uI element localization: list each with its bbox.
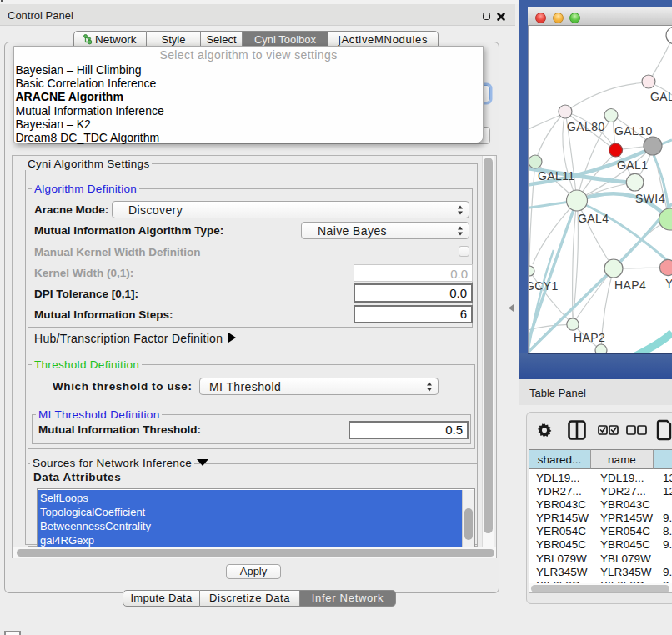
svg-text:GAL7: GAL7 — [650, 90, 672, 103]
svg-text:SWI4: SWI4 — [635, 192, 665, 205]
svg-text:GAL1: GAL1 — [617, 158, 648, 172]
svg-text:HAP2: HAP2 — [574, 331, 605, 344]
svg-text:GCY1: GCY1 — [529, 279, 559, 292]
svg-text:HAP4: HAP4 — [614, 278, 646, 292]
svg-text:GAL10: GAL10 — [614, 124, 653, 138]
svg-text:Y: Y — [665, 277, 672, 290]
svg-text:GAL4: GAL4 — [578, 212, 609, 225]
svg-text:GAL80: GAL80 — [567, 120, 605, 133]
svg-text:GAL11: GAL11 — [538, 169, 575, 182]
